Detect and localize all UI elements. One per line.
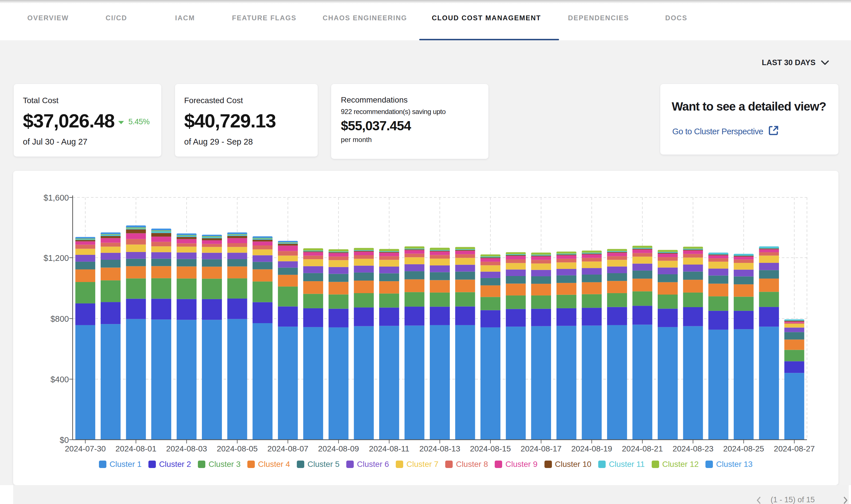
svg-text:2024-07-30: 2024-07-30 <box>65 444 106 453</box>
svg-text:$1,600: $1,600 <box>44 193 69 202</box>
svg-text:2024-08-21: 2024-08-21 <box>622 444 663 453</box>
svg-text:$0: $0 <box>60 435 69 445</box>
svg-text:2024-08-27: 2024-08-27 <box>774 444 815 453</box>
svg-text:$400: $400 <box>50 375 69 384</box>
svg-text:2024-08-05: 2024-08-05 <box>217 444 258 453</box>
svg-text:2024-08-17: 2024-08-17 <box>521 444 562 453</box>
svg-text:2024-08-25: 2024-08-25 <box>723 444 764 453</box>
svg-text:2024-08-09: 2024-08-09 <box>318 444 359 453</box>
svg-text:$800: $800 <box>50 314 69 323</box>
svg-text:2024-08-03: 2024-08-03 <box>166 444 207 453</box>
svg-text:2024-08-01: 2024-08-01 <box>116 444 156 453</box>
svg-text:2024-08-23: 2024-08-23 <box>673 444 713 453</box>
svg-text:2024-08-07: 2024-08-07 <box>267 444 308 453</box>
svg-text:2024-08-11: 2024-08-11 <box>369 444 409 453</box>
svg-text:2024-08-13: 2024-08-13 <box>419 444 460 453</box>
svg-text:2024-08-15: 2024-08-15 <box>470 444 511 453</box>
svg-text:2024-08-19: 2024-08-19 <box>571 444 612 453</box>
svg-text:$1,200: $1,200 <box>44 253 69 263</box>
